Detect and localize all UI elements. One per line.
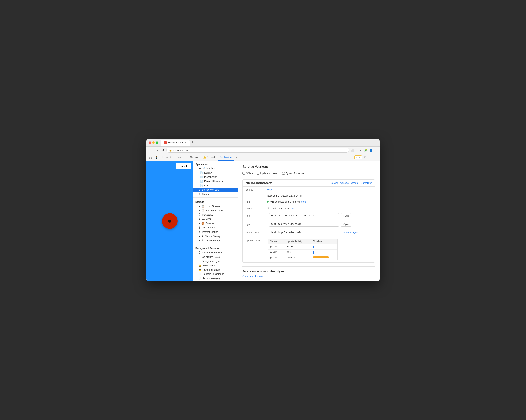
periodic-sync-button[interactable]: Periodic Sync [341, 230, 360, 235]
sidebar-item-protocol-handlers[interactable]: 📄 Protocol Handlers [193, 179, 238, 183]
sidebar-item-cache-storage[interactable]: ▶ 🗄 Cache Storage [193, 238, 238, 243]
sync-input[interactable] [269, 222, 339, 227]
sidebar-item-notifications[interactable]: 🔔 Notifications [193, 263, 238, 268]
sidebar-item-payment-handler[interactable]: 💳 Payment Handler [193, 268, 238, 272]
session-storage-icon: 📋 [202, 209, 204, 212]
storage-icon: 🗄 [199, 193, 201, 195]
interest-groups-icon: 🗄 [199, 231, 201, 233]
sidebar-item-presentation[interactable]: 📄 Presentation [193, 175, 238, 179]
sidebar-item-indexeddb[interactable]: 🗄 IndexedDB [193, 213, 238, 217]
maximize-button[interactable] [156, 141, 158, 144]
focus-link[interactable]: focus [291, 207, 296, 210]
sidebar-item-push-messaging[interactable]: 💬 Push Messaging [193, 276, 238, 281]
status-row: Status #16 activated and is running stop [243, 199, 375, 205]
checkboxes-row: Offline Update on reload Bypass for netw… [243, 172, 375, 175]
network-requests-link[interactable]: Network requests [331, 182, 349, 184]
window-more-icon[interactable]: ⌄ [375, 141, 377, 144]
sidebar-item-service-workers[interactable]: ⚙ Service Workers [193, 188, 238, 192]
sidebar-item-backforward-cache[interactable]: 🗄 Back/forward cache [193, 251, 238, 255]
offline-checkbox[interactable] [243, 172, 245, 175]
inspect-icon[interactable]: ⬚ [148, 155, 153, 160]
sidebar-item-icons[interactable]: 📄 Icons [193, 183, 238, 188]
source-row: Source sw.js [243, 186, 375, 193]
stop-link[interactable]: stop [302, 200, 306, 203]
update-on-reload-label: Update on reload [260, 172, 278, 175]
periodic-sync-row: Periodic Sync Periodic Sync [243, 228, 375, 237]
sidebar-item-interest-groups[interactable]: 🗄 Interest Groups [193, 230, 238, 234]
minimize-button[interactable] [152, 141, 155, 144]
new-tab-button[interactable]: + [190, 140, 195, 145]
received-row: Received 1/30/2023, 12:28:14 PM [243, 193, 375, 199]
browser-tab[interactable]: The Air Horner × [161, 139, 190, 146]
expand-icon[interactable]: ▶ [270, 256, 272, 259]
sidebar-item-background-fetch[interactable]: ↕ Background Fetch [193, 255, 238, 259]
sidebar-item-periodic-background[interactable]: 🕐 Periodic Background [193, 272, 238, 276]
timeline-bar [313, 256, 329, 258]
timeline-cell [311, 244, 337, 250]
close-button[interactable] [149, 141, 151, 144]
sidebar-item-web-sql[interactable]: 🗄 Web SQL [193, 217, 238, 221]
sidebar-item-local-storage[interactable]: ▶ 📋 Local Storage [193, 204, 238, 208]
clients-url: https://airhorner.com/ [267, 207, 289, 210]
sidebar-item-manifest[interactable]: ▶ 📄 Manifest [193, 166, 238, 171]
update-cycle-table-wrap: Version Update Activity Timeline [268, 239, 338, 260]
devtools-close-button[interactable]: × [374, 155, 378, 160]
bookmark-icon[interactable]: ★ [359, 148, 363, 152]
see-all-registrations-link[interactable]: See all registrations [243, 275, 263, 278]
periodic-sync-input[interactable] [269, 230, 339, 235]
expand-icon[interactable]: ▶ [270, 245, 272, 248]
sidebar-item-cookies[interactable]: ▶ 🍪 Cookies [193, 221, 238, 225]
device-icon[interactable]: 📱 [154, 155, 159, 160]
update-on-reload-checkbox-label[interactable]: Update on reload [257, 172, 278, 175]
traffic-lights [149, 141, 158, 144]
tab-console[interactable]: Console [188, 154, 201, 160]
sidebar-item-storage[interactable]: 🗄 Storage [193, 192, 238, 196]
sidebar-item-shared-storage[interactable]: ▶ 🗄 Shared Storage [193, 234, 238, 238]
tab-application[interactable]: Application [218, 154, 234, 160]
table-row: ▶ #16 Wait [268, 249, 337, 255]
push-input[interactable] [269, 213, 339, 218]
expand-icon[interactable]: ▶ [270, 251, 272, 254]
tab-sources[interactable]: Sources [174, 154, 188, 160]
install-button[interactable]: Install [176, 163, 191, 169]
app-icon [162, 213, 178, 229]
tab-more[interactable]: » [234, 154, 240, 160]
devtools-more-button[interactable]: ⋮ [368, 155, 373, 160]
tab-network[interactable]: ⚠️ Network [201, 154, 218, 160]
status-text: #16 activated and is running [270, 200, 300, 203]
tab-close-button[interactable]: × [184, 141, 187, 144]
profile-icon[interactable]: 👤 [369, 148, 373, 152]
unregister-link[interactable]: Unregister [361, 182, 372, 184]
sidebar-item-background-sync[interactable]: ↻ Background Sync [193, 259, 238, 263]
more-icon[interactable]: ⋮ [374, 148, 378, 152]
sidebar-item-session-storage[interactable]: ▶ 📋 Session Storage [193, 208, 238, 213]
sidebar-item-identity[interactable]: 📄 Identity [193, 171, 238, 175]
reload-button[interactable]: ↺ [161, 148, 165, 152]
sw-js-link[interactable]: sw.js [267, 188, 272, 191]
sync-button[interactable]: Sync [341, 222, 351, 227]
push-row: Push Push [243, 212, 375, 220]
sidebar-label-background-fetch: Background Fetch [201, 256, 220, 258]
bypass-for-network-checkbox-label[interactable]: Bypass for network [282, 172, 306, 175]
back-button[interactable]: ← [148, 148, 153, 152]
push-button[interactable]: Push [341, 213, 351, 218]
presentation-icon: 📄 [200, 176, 203, 178]
forward-button[interactable]: → [155, 148, 159, 152]
indexeddb-icon: 🗄 [199, 214, 201, 216]
offline-checkbox-label[interactable]: Offline [243, 172, 253, 175]
bypass-for-network-checkbox[interactable] [282, 172, 285, 175]
cast-icon[interactable]: ⬜ [351, 148, 355, 152]
settings-button[interactable]: ⚙ [363, 155, 367, 160]
sidebar-item-trust-tokens[interactable]: 🗄 Trust Tokens [193, 225, 238, 230]
share-icon[interactable]: ↑ [356, 148, 358, 152]
timeline-tick [313, 245, 314, 248]
tab-elements[interactable]: Elements [160, 154, 174, 160]
update-link[interactable]: Update [351, 182, 359, 184]
local-storage-icon: 📋 [202, 205, 204, 208]
sidebar-label-local-storage: Local Storage [205, 205, 220, 208]
app-preview-area: Install [146, 161, 193, 281]
timeline-header: Timeline [311, 239, 337, 244]
address-bar[interactable]: 🔒 airhorner.com [166, 148, 349, 153]
update-on-reload-checkbox[interactable] [257, 172, 259, 175]
extension-icon[interactable]: 🧩 [364, 148, 368, 152]
